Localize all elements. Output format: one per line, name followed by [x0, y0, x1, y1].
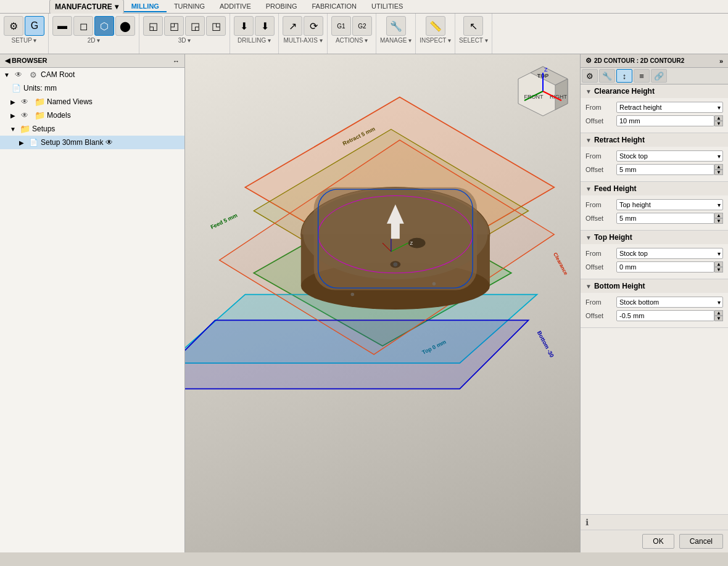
tab-probing[interactable]: PROBING: [259, 1, 305, 12]
select-icon-1[interactable]: ↖: [463, 16, 483, 36]
clearance-offset-field[interactable]: [619, 117, 711, 125]
clearance-offset-down[interactable]: ▼: [714, 121, 723, 126]
top-offset-field[interactable]: [619, 263, 711, 271]
clearance-offset-up[interactable]: ▲: [714, 115, 723, 121]
clearance-offset-spinner: ▲ ▼: [714, 115, 723, 126]
setup-icon-2[interactable]: G: [25, 16, 44, 36]
bottom-from-row: From Stock bottom Stock top Top height R…: [585, 297, 723, 308]
tree-item-units: 📄 Units: mm: [0, 81, 184, 95]
top-height-header[interactable]: ▼ Top Height: [581, 231, 728, 244]
clearance-from-select[interactable]: Retract height Stock top Top height Stoc…: [616, 102, 723, 113]
orientation-cube[interactable]: TOP FRONT RIGHT Z: [512, 60, 574, 122]
retract-height-section: ▼ Retract Height From Stock top Retract …: [581, 133, 728, 182]
2d-icon-4[interactable]: ⬤: [115, 16, 135, 36]
svg-text:Feed 5 mm: Feed 5 mm: [210, 212, 239, 231]
retract-offset-up[interactable]: ▲: [714, 164, 723, 170]
feed-offset-down[interactable]: ▼: [714, 218, 723, 224]
ok-button[interactable]: OK: [642, 534, 674, 549]
panel-tab-settings[interactable]: ⚙: [582, 69, 598, 83]
setup30mm-vis-icon[interactable]: 👁: [105, 138, 113, 147]
folder-icon-namedviews: 📁: [34, 96, 45, 107]
3d-icon-3[interactable]: ◲: [185, 16, 205, 36]
manufacture-button[interactable]: MANUFACTURE ▾: [49, 0, 124, 14]
setup-icon-1[interactable]: ⚙: [4, 16, 23, 36]
bottom-offset-row: Offset ▲ ▼: [585, 310, 723, 321]
multiaxis-icon-1[interactable]: ↗: [283, 16, 302, 36]
actions-icon-2[interactable]: G2: [352, 16, 372, 36]
right-panel: ⚙ 2D CONTOUR : 2D CONTOUR2 » ⚙ 🔧 ↕ ≡ 🔗 ▼…: [580, 54, 728, 552]
tab-additive[interactable]: ADDITIVE: [212, 1, 259, 12]
feed-from-row: From Top height Stock top Retract height…: [585, 199, 723, 210]
info-icon[interactable]: ℹ: [585, 517, 589, 527]
tree-item-camroot[interactable]: ▼ 👁 ⚙ CAM Root: [0, 68, 184, 81]
panel-tab-passes[interactable]: ≡: [634, 69, 650, 83]
retract-height-header[interactable]: ▼ Retract Height: [581, 133, 728, 147]
browser-collapse[interactable]: ↔: [173, 57, 180, 65]
actions-icon-1[interactable]: G1: [331, 16, 351, 36]
tree-item-models[interactable]: ▶ 👁 📁 Models: [0, 109, 184, 122]
drill-icon-1[interactable]: ⬇: [234, 16, 254, 36]
bottom-height-title: Bottom Height: [594, 282, 645, 290]
top-offset-up[interactable]: ▲: [714, 261, 723, 267]
retract-offset-field[interactable]: [619, 166, 711, 173]
multiaxis-icon-2[interactable]: ⟳: [304, 16, 323, 36]
retract-from-select[interactable]: Stock top Retract height Top height Stoc…: [616, 150, 723, 162]
manage-icon-1[interactable]: 🔧: [386, 16, 406, 36]
feed-from-select[interactable]: Top height Stock top Retract height Stoc…: [616, 199, 723, 210]
folder-icon-setups: 📁: [19, 123, 30, 134]
panel-tab-links[interactable]: 🔗: [651, 69, 667, 83]
3d-group: ◱ ◰ ◲ ◳ 3D ▾: [139, 14, 230, 54]
2d-icon-2[interactable]: ◻: [73, 16, 93, 36]
panel-expand-icon[interactable]: »: [719, 57, 723, 65]
feed-height-header[interactable]: ▼ Feed Height: [581, 182, 728, 195]
multiaxis-label: MULTI-AXIS ▾: [283, 37, 322, 44]
feed-offset-up[interactable]: ▲: [714, 213, 723, 218]
2d-icon-1[interactable]: ▬: [52, 16, 72, 36]
tab-milling[interactable]: MILLING: [124, 1, 167, 12]
feed-height-section: ▼ Feed Height From Top height Stock top …: [581, 182, 728, 231]
cancel-button[interactable]: Cancel: [679, 534, 723, 549]
bottom-offset-field[interactable]: [619, 312, 711, 319]
tree-arrow-namedviews: ▶: [9, 99, 17, 105]
feed-offset-field[interactable]: [619, 215, 711, 222]
feed-offset-spinner: ▲ ▼: [714, 213, 723, 224]
manage-label: MANAGE ▾: [380, 37, 412, 44]
clearance-height-header[interactable]: ▼ Clearance Height: [581, 84, 728, 98]
eye-icon-camroot[interactable]: 👁: [13, 69, 24, 80]
drill-icon-2[interactable]: ⬇: [255, 16, 275, 36]
tab-turning[interactable]: TURNING: [167, 1, 212, 12]
tree-item-setup30mm[interactable]: ▶ 📄 Setup 30mm Blank 👁: [0, 136, 184, 149]
3d-icon-4[interactable]: ◳: [206, 16, 226, 36]
svg-point-27: [432, 282, 436, 285]
clearance-from-label: From: [585, 104, 616, 111]
retract-offset-label: Offset: [585, 166, 616, 173]
retract-from-label: From: [585, 152, 616, 160]
panel-tabs: ⚙ 🔧 ↕ ≡ 🔗: [581, 68, 728, 84]
clearance-offset-row: Offset ▲ ▼: [585, 115, 723, 126]
retract-from-row: From Stock top Retract height Top height…: [585, 150, 723, 162]
3d-icon-2[interactable]: ◰: [164, 16, 184, 36]
tab-utilities[interactable]: UTILITIES: [364, 1, 410, 12]
eye-icon-models[interactable]: 👁: [19, 110, 30, 121]
gear-icon-camroot: ⚙: [28, 69, 39, 80]
tree-arrow-setup30mm: ▶: [17, 139, 26, 146]
clearance-from-select-wrap: Retract height Stock top Top height Stoc…: [616, 102, 723, 113]
top-offset-down[interactable]: ▼: [714, 267, 723, 273]
bottom-height-header[interactable]: ▼ Bottom Height: [581, 279, 728, 293]
retract-height-content: From Stock top Retract height Top height…: [581, 147, 728, 181]
panel-tab-tool[interactable]: 🔧: [599, 69, 615, 83]
retract-offset-down[interactable]: ▼: [714, 170, 723, 175]
bottom-from-select[interactable]: Stock bottom Stock top Top height Retrac…: [616, 297, 723, 308]
bottom-offset-down[interactable]: ▼: [714, 316, 723, 321]
3d-icon-1[interactable]: ◱: [143, 16, 163, 36]
panel-tab-heights[interactable]: ↕: [616, 69, 632, 83]
bottom-offset-up[interactable]: ▲: [714, 310, 723, 316]
top-from-select[interactable]: Stock top Top height Retract height Stoc…: [616, 248, 723, 259]
2d-icon-3[interactable]: ⬡: [94, 16, 114, 36]
tree-item-namedviews[interactable]: ▶ 👁 📁 Named Views: [0, 95, 184, 109]
tree-item-setups[interactable]: ▼ 📁 Setups: [0, 122, 184, 136]
clearance-height-arrow: ▼: [585, 88, 592, 95]
tab-fabrication[interactable]: FABRICATION: [304, 1, 364, 12]
eye-icon-namedviews[interactable]: 👁: [19, 96, 30, 107]
inspect-icon-1[interactable]: 📏: [426, 16, 445, 36]
